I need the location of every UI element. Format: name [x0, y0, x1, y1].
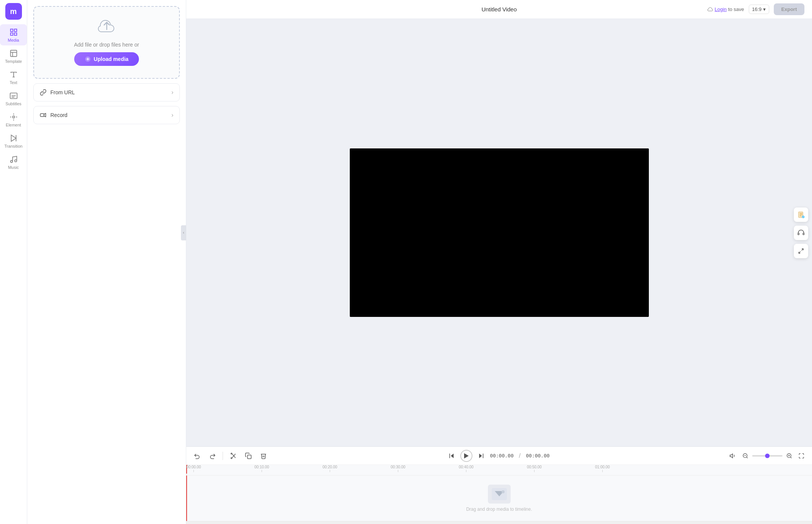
svg-point-13 [10, 161, 12, 163]
volume-icon [729, 452, 736, 459]
collapse-panel-handle[interactable]: ‹ [181, 225, 186, 240]
sidebar-item-transition[interactable]: Transition [0, 130, 27, 151]
fullscreen-button[interactable] [797, 451, 806, 460]
skip-back-icon [448, 452, 455, 459]
ruler-mark-6: 01:00.00 [595, 465, 610, 472]
upload-hint-text: Add file or drop files here or [74, 42, 139, 48]
drop-hint-icon [488, 485, 511, 504]
ruler-mark-4: 00:40.00 [459, 465, 474, 472]
timeline-tracks: Drag and drop media to timeline. [186, 476, 812, 521]
subtitles-icon [9, 92, 18, 100]
video-preview [350, 148, 649, 317]
from-url-option[interactable]: From URL › [33, 83, 180, 101]
svg-rect-1 [14, 29, 16, 31]
grid-icon [9, 28, 18, 36]
record-option[interactable]: Record › [33, 106, 180, 124]
cloud-icon [707, 6, 713, 12]
ruler-mark-0: 00:00.00 [186, 465, 201, 472]
delete-button[interactable] [259, 451, 268, 461]
plus-icon [85, 56, 91, 62]
divider [223, 452, 223, 460]
copy-icon [245, 452, 252, 459]
toolbar-left [192, 451, 268, 461]
right-float-buttons [794, 207, 808, 258]
chevron-down-icon: ▾ [763, 6, 766, 12]
total-time: 00:00.00 [526, 453, 550, 458]
svg-point-10 [12, 116, 15, 118]
chevron-right-icon-2: › [171, 112, 173, 119]
record-icon [40, 112, 47, 119]
redo-button[interactable] [207, 451, 217, 461]
zoom-in-button[interactable] [785, 451, 794, 460]
cut-icon [230, 452, 237, 459]
svg-point-24 [231, 457, 232, 458]
undo-button[interactable] [192, 451, 202, 461]
aspect-ratio-selector[interactable]: 16:9 ▾ [749, 5, 769, 14]
zoom-out-button[interactable] [741, 451, 750, 460]
delete-icon [260, 452, 267, 459]
expand-icon [798, 248, 804, 254]
play-button[interactable] [460, 450, 472, 462]
sidebar-item-element[interactable]: Element [0, 109, 27, 130]
svg-line-37 [790, 457, 792, 458]
zoom-controls [728, 451, 806, 461]
play-icon [464, 453, 469, 458]
media-panel: Add file or drop files here or Upload me… [27, 0, 186, 524]
svg-rect-0 [10, 29, 12, 31]
to-save-text: to save [728, 6, 744, 12]
app-logo[interactable]: m [5, 3, 22, 20]
redo-icon [209, 452, 216, 459]
login-link[interactable]: Login [715, 6, 727, 12]
transition-icon [9, 134, 18, 142]
volume-button[interactable] [728, 451, 738, 461]
sidebar: m Media Template Text Subtitles Elemen [0, 0, 27, 524]
ruler-mark-1: 00:10.00 [254, 465, 269, 472]
topbar: Untitled Video Login to save 16:9 ▾ Expo… [186, 0, 812, 19]
skip-forward-icon [478, 452, 485, 459]
text-icon [9, 70, 18, 79]
svg-rect-23 [803, 233, 804, 234]
cut-button[interactable] [228, 451, 238, 461]
timeline-ruler: 00:00.00 00:10.00 00:20.00 00:30.00 00:4… [186, 465, 812, 476]
notepad-icon [797, 211, 805, 218]
svg-rect-2 [10, 33, 12, 35]
copy-button[interactable] [243, 451, 253, 461]
layout-icon [9, 49, 18, 58]
svg-marker-27 [451, 454, 454, 458]
link-icon [40, 89, 47, 96]
headset-button[interactable] [794, 226, 808, 240]
timeline-scrollbar[interactable] [186, 521, 812, 524]
skip-back-button[interactable] [447, 451, 457, 461]
ruler-track: 00:00.00 00:10.00 00:20.00 00:30.00 00:4… [186, 465, 812, 474]
expand-button[interactable] [794, 244, 808, 258]
chevron-right-icon: › [171, 89, 173, 96]
svg-point-25 [231, 453, 232, 454]
zoom-slider[interactable] [752, 455, 782, 457]
export-button[interactable]: Export [774, 3, 804, 15]
svg-rect-26 [248, 455, 251, 458]
upload-media-button[interactable]: Upload media [74, 52, 139, 66]
sidebar-item-subtitles[interactable]: Subtitles [0, 88, 27, 109]
svg-marker-30 [479, 454, 482, 458]
svg-marker-11 [11, 135, 16, 142]
sidebar-item-media[interactable]: Media [0, 24, 27, 45]
fullscreen-icon [798, 453, 804, 459]
svg-rect-16 [41, 114, 44, 117]
transport-bar: 00:00.00 / 00:00.00 [186, 447, 812, 465]
sidebar-item-music[interactable]: Music [0, 151, 27, 173]
preview-area: ‹ [186, 19, 812, 446]
sidebar-item-template[interactable]: Template [0, 45, 27, 67]
svg-rect-22 [798, 233, 799, 234]
time-separator: / [519, 452, 521, 459]
svg-line-34 [747, 457, 748, 458]
drop-hint-text: Drag and drop media to timeline. [466, 507, 532, 512]
notepad-button[interactable] [794, 207, 808, 222]
main-area: Untitled Video Login to save 16:9 ▾ Expo… [186, 0, 812, 524]
sidebar-item-text[interactable]: Text [0, 67, 27, 88]
svg-rect-3 [14, 33, 16, 35]
ruler-mark-5: 00:50.00 [527, 465, 542, 472]
svg-rect-4 [10, 50, 17, 57]
skip-forward-button[interactable] [476, 451, 486, 461]
playback-controls: 00:00.00 / 00:00.00 [447, 450, 550, 462]
music-icon [9, 155, 18, 164]
